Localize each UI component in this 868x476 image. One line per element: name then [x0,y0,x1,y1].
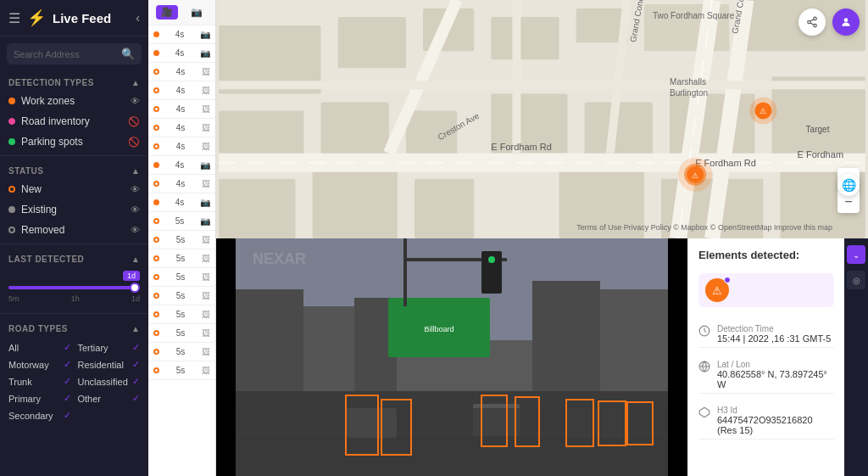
svg-rect-7 [338,17,406,68]
feed-dot-ring [153,367,159,373]
status-removed-visibility-icon[interactable]: 👁 [131,225,140,235]
detection-types-header[interactable]: DETECTION TYPES ▲ [0,71,148,91]
detection-parking-spots[interactable]: Parking spots 🚫 [0,132,148,152]
status-removed[interactable]: Removed 👁 [0,220,148,240]
detection-work-zones[interactable]: Work zones 👁 [0,91,148,111]
road-type-motorway[interactable]: Motorway ✓ [8,357,71,372]
status-new[interactable]: New 👁 [0,179,148,199]
list-item[interactable]: 4s 🖼 [148,63,215,81]
feed-dot-ring [153,255,159,261]
slider-track[interactable] [8,286,140,289]
search-bar: 🔍 [7,43,142,64]
svg-marker-84 [699,407,709,417]
svg-text:NEXAR: NEXAR [253,250,306,267]
list-item[interactable]: 5s 🖼 [148,305,215,324]
list-item[interactable]: 4s 📷 [148,193,215,212]
status-header[interactable]: STATUS ▲ [0,160,148,179]
search-input[interactable] [14,49,116,59]
detection-types-chevron: ▲ [131,78,140,87]
detection-dot [724,277,731,283]
list-item[interactable]: 4s 📷 [148,44,215,63]
svg-text:⚠: ⚠ [692,171,698,180]
list-item[interactable]: 5s 🖼 [148,324,215,343]
feed-time: 5s [163,291,198,300]
road-inventory-visibility-icon[interactable]: 🚫 [128,116,140,127]
parking-spots-visibility-icon[interactable]: 🚫 [128,137,140,148]
status-existing-label: Existing [21,204,125,216]
road-type-residential[interactable]: Residential ✓ [78,357,141,372]
list-item[interactable]: 5s 📷 [148,212,215,231]
h3-label: H3 Id [717,406,834,415]
list-item[interactable]: 5s 🖼 [148,287,215,305]
list-item[interactable]: 5s 🖼 [148,361,215,380]
feed-time: 4s [163,30,197,39]
svg-text:⚠: ⚠ [760,107,766,115]
status-new-visibility-icon[interactable]: 👁 [131,184,140,194]
feed-tab-video[interactable]: 🎥 [156,5,178,20]
work-zones-visibility-icon[interactable]: 👁 [131,96,140,106]
search-icon[interactable]: 🔍 [121,48,135,60]
road-type-primary[interactable]: Primary ✓ [8,391,71,406]
feed-camera-icon: 📷 [200,48,210,58]
status-existing[interactable]: Existing 👁 [0,199,148,220]
hamburger-icon[interactable]: ☰ [8,10,20,26]
map-video-area: Creston Ave Grand Concourse Grand Concou… [216,0,868,476]
list-item[interactable]: 4s 🖼 [148,175,215,193]
feed-list: 🎥 📷 4s 📷 4s 📷 4s 🖼 4s 🖼 4s 🖼 4s 🖼 4s 🖼 [148,0,216,476]
road-type-unclassified-label: Unclassified [78,377,130,387]
road-type-tertiary[interactable]: Tertiary ✓ [78,340,141,355]
list-item[interactable]: 4s 📷 [148,156,215,175]
list-item[interactable]: 5s 🖼 [148,231,215,249]
list-item[interactable]: 4s 📷 [148,25,215,44]
globe-button[interactable]: 🌐 [837,174,860,196]
lat-lon-label: Lat / Lon [717,360,834,369]
feed-dot-ring [153,311,159,317]
feed-image-icon: 🖼 [202,254,210,263]
list-item[interactable]: 4s 🖼 [148,137,215,156]
road-type-secondary[interactable]: Secondary ✓ [8,408,71,423]
road-types-header[interactable]: ROAD TYPES ▲ [0,317,148,337]
list-item[interactable]: 4s 🖼 [148,81,215,100]
feed-time: 4s [163,67,198,76]
feed-dot-ring [153,143,159,149]
svg-point-49 [808,20,811,24]
svg-line-51 [810,23,814,25]
info-row-lat-lon: Lat / Lon 40.862558° N, 73.897245° W [698,356,834,394]
road-type-other[interactable]: Other ✓ [78,391,141,406]
feed-tab-photo[interactable]: 📷 [186,5,208,20]
feed-time: 4s [163,48,197,58]
road-type-unclassified[interactable]: Unclassified ✓ [78,374,141,389]
feed-dot-ring [153,349,159,355]
road-type-all[interactable]: All ✓ [8,340,71,355]
feed-image-icon: 🖼 [202,366,210,375]
road-type-secondary-check: ✓ [64,410,71,421]
slider-thumb[interactable] [130,283,140,293]
user-profile-button[interactable] [832,8,860,36]
collapse-sidebar-icon[interactable]: ‹ [136,11,140,25]
sidebar: ☰ ⚡ Live Feed ‹ 🔍 DETECTION TYPES ▲ Work… [0,0,148,476]
map-top-right-controls [798,8,860,36]
detection-road-inventory[interactable]: Road inventory 🚫 [0,111,148,132]
video-area[interactable]: Billboard NEXAR [216,238,687,476]
road-type-trunk[interactable]: Trunk ✓ [8,374,71,389]
scroll-down-button[interactable]: ⌄ [847,245,865,264]
road-inventory-label: Road inventory [21,115,122,127]
feed-dot-ring [153,106,159,112]
map-container[interactable]: Creston Ave Grand Concourse Grand Concou… [216,0,868,238]
share-button[interactable] [798,8,826,36]
info-panel: Elements detected: ⚠ Detection Time 15:4… [687,238,844,476]
status-new-dot [8,186,15,193]
status-label: STATUS [8,166,44,176]
list-item[interactable]: 5s 🖼 [148,249,215,268]
svg-text:Target: Target [806,125,830,134]
navigation-button[interactable]: ◎ [847,271,865,289]
list-item[interactable]: 5s 🖼 [148,343,215,361]
svg-line-52 [810,20,814,21]
feed-dot-ring [153,237,159,243]
logo-icon: ⚡ [27,8,46,27]
last-detected-header[interactable]: LAST DETECTED ▲ [0,248,148,267]
list-item[interactable]: 4s 🖼 [148,100,215,119]
status-existing-visibility-icon[interactable]: 👁 [131,204,140,215]
list-item[interactable]: 5s 🖼 [148,268,215,287]
list-item[interactable]: 4s 🖼 [148,119,215,137]
